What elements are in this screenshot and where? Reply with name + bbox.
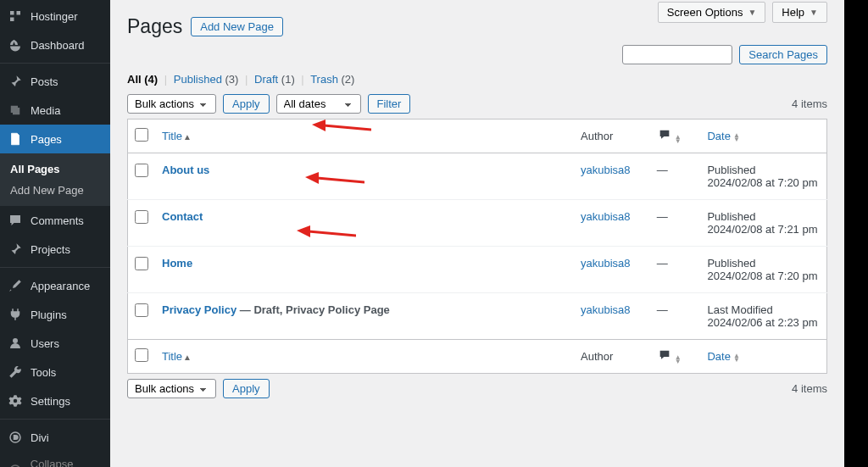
apply-top-button[interactable]: Apply — [223, 94, 270, 114]
column-date-foot[interactable]: Date▲▼ — [700, 340, 826, 374]
sidebar-item-label: Projects — [31, 243, 70, 256]
date-state: Last Modified — [707, 303, 772, 316]
date-value: 2024/02/08 at 7:21 pm — [707, 223, 817, 236]
filter-button[interactable]: Filter — [368, 94, 411, 114]
screen-options-button[interactable]: Screen Options▼ — [658, 2, 766, 23]
date-filter-select[interactable]: All dates — [276, 94, 361, 114]
submenu-item-add-new-page[interactable]: Add New Page — [0, 180, 110, 201]
sidebar-item-settings[interactable]: Settings — [0, 386, 110, 415]
page-title-link[interactable]: Contact — [162, 210, 203, 223]
sidebar-item-collapse[interactable]: Collapse menu — [0, 452, 110, 467]
brush-icon — [7, 277, 24, 294]
sidebar-item-label: Comments — [31, 214, 84, 227]
hostinger-icon — [7, 8, 24, 25]
author-link[interactable]: yakubisa8 — [581, 210, 631, 223]
page-title-link[interactable]: About us — [162, 164, 209, 176]
author-link[interactable]: yakubisa8 — [581, 303, 631, 316]
sidebar-item-label: Media — [31, 104, 60, 117]
filter-draft[interactable]: Draft (1) — [254, 73, 295, 86]
row-checkbox[interactable] — [135, 303, 148, 317]
add-new-page-button[interactable]: Add New Page — [191, 17, 283, 36]
sidebar-item-comments[interactable]: Comments — [0, 206, 110, 235]
apply-bottom-button[interactable]: Apply — [223, 379, 270, 398]
comments-cell: — — [650, 293, 701, 340]
pin-icon — [7, 241, 24, 258]
sidebar-item-pages[interactable]: Pages — [0, 125, 110, 153]
help-button[interactable]: Help▼ — [772, 2, 827, 23]
sidebar-item-label: Tools — [31, 366, 56, 379]
submenu-item-all-pages[interactable]: All Pages — [0, 158, 110, 180]
chevron-down-icon: ▼ — [810, 8, 818, 17]
bulk-actions-select-bottom[interactable]: Bulk actions — [127, 379, 216, 398]
table-row: About us yakubisa8 — Published2024/02/08… — [128, 153, 827, 200]
column-author-foot: Author — [574, 340, 650, 374]
collapse-icon — [7, 462, 24, 467]
sidebar-item-label: Collapse menu — [31, 458, 103, 467]
sidebar-item-label: Posts — [31, 75, 58, 88]
date-state: Published — [707, 210, 755, 223]
row-checkbox[interactable] — [135, 257, 148, 270]
sort-icon: ▲ — [183, 353, 192, 362]
sort-icon: ▲▼ — [675, 135, 682, 143]
row-checkbox[interactable] — [135, 210, 148, 224]
page-title-link[interactable]: Privacy Policy — [162, 303, 236, 316]
status-filter: All (4) | Published (3) | Draft (1) | Tr… — [127, 73, 827, 86]
bulk-actions-select-top[interactable]: Bulk actions — [127, 94, 216, 114]
sidebar-item-label: Plugins — [31, 309, 67, 321]
sidebar-item-label: Appearance — [31, 280, 90, 292]
sidebar-item-plugins[interactable]: Plugins — [0, 300, 110, 329]
filter-trash[interactable]: Trash (2) — [310, 73, 354, 86]
items-count-top: 4 items — [792, 97, 827, 110]
column-title-foot[interactable]: Title▲ — [155, 340, 574, 374]
select-all-top-checkbox[interactable] — [135, 128, 148, 142]
page-title-link[interactable]: Home — [162, 257, 192, 270]
search-pages-button[interactable]: Search Pages — [739, 45, 827, 64]
date-value: 2024/02/06 at 2:23 pm — [707, 316, 817, 329]
sidebar-item-label: Dashboard — [31, 39, 85, 52]
pages-table: Title▲ Author ▲▼ Date▲▼ About us yakubis… — [127, 119, 827, 374]
sidebar-item-users[interactable]: Users — [0, 329, 110, 358]
sidebar-item-projects[interactable]: Projects — [0, 235, 110, 264]
table-row: Contact yakubisa8 — Published2024/02/08 … — [128, 200, 827, 247]
column-title[interactable]: Title▲ — [155, 120, 574, 153]
select-all-bottom-checkbox[interactable] — [135, 348, 148, 362]
sidebar-item-appearance[interactable]: Appearance — [0, 271, 110, 300]
sidebar-item-tools[interactable]: Tools — [0, 358, 110, 386]
column-comments[interactable]: ▲▼ — [650, 120, 701, 153]
sidebar-item-label: Hostinger — [31, 10, 78, 23]
row-checkbox[interactable] — [135, 164, 148, 177]
page-state-suffix: — Draft, Privacy Policy Page — [236, 303, 390, 316]
author-link[interactable]: yakubisa8 — [581, 257, 631, 270]
date-state: Published — [707, 164, 755, 176]
comments-icon — [7, 212, 24, 229]
pin-icon — [7, 73, 24, 90]
sidebar-item-media[interactable]: Media — [0, 96, 110, 125]
table-row: Privacy Policy — Draft, Privacy Policy P… — [128, 293, 827, 340]
comment-icon — [657, 128, 672, 142]
filter-all[interactable]: All (4) — [127, 73, 158, 86]
author-link[interactable]: yakubisa8 — [581, 164, 631, 176]
plug-icon — [7, 306, 24, 323]
sort-icon: ▲▼ — [733, 353, 740, 362]
sidebar-item-label: Settings — [31, 395, 70, 408]
sort-icon: ▲▼ — [733, 133, 740, 142]
sidebar-item-divi[interactable]: Divi — [0, 423, 110, 452]
pages-icon — [7, 131, 24, 147]
comment-icon — [657, 348, 672, 362]
search-input[interactable] — [622, 45, 732, 64]
user-icon — [7, 335, 24, 352]
sidebar-item-dashboard[interactable]: Dashboard — [0, 31, 110, 59]
sidebar-item-posts[interactable]: Posts — [0, 67, 110, 96]
sort-icon: ▲▼ — [675, 355, 682, 364]
filter-published[interactable]: Published (3) — [174, 73, 239, 86]
settings-icon — [7, 392, 24, 409]
date-state: Published — [707, 257, 755, 270]
sidebar-item-label: Pages — [31, 133, 62, 146]
dashboard-icon — [7, 36, 24, 53]
items-count-bottom: 4 items — [792, 382, 827, 395]
column-comments-foot[interactable]: ▲▼ — [650, 340, 701, 374]
admin-sidebar: Hostinger Dashboard Posts Media Pages Al… — [0, 0, 110, 467]
page-title: Pages — [127, 15, 182, 38]
sidebar-item-hostinger[interactable]: Hostinger — [0, 2, 110, 31]
column-date[interactable]: Date▲▼ — [700, 120, 826, 153]
